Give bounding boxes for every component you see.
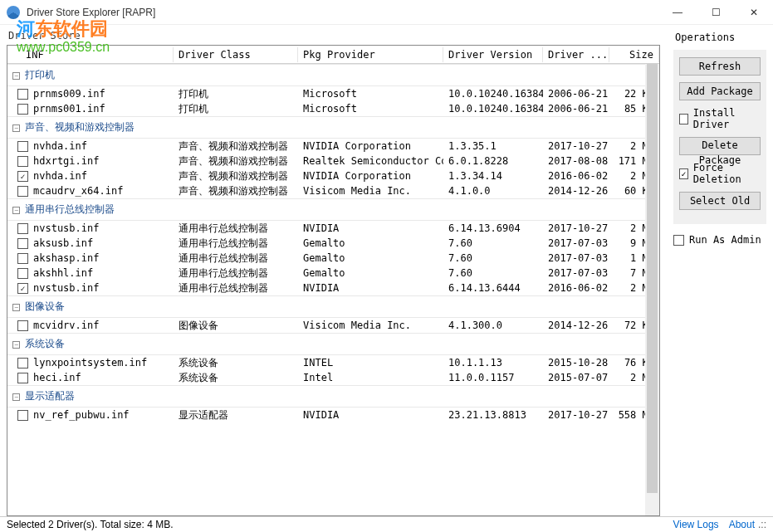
table-row[interactable]: heci.inf系统设备Intel11.0.0.11572015-07-072 … [7,370,659,385]
version: 7.60 [443,267,543,279]
resize-grip-icon[interactable]: .:: [758,519,766,530]
version: 4.1.300.0 [443,320,543,331]
row-checkbox[interactable] [17,223,28,234]
inf-name: aksusb.inf [33,237,93,249]
table-header[interactable]: INF Driver Class Pkg Provider Driver Ver… [7,46,659,64]
table-row[interactable]: akshasp.inf通用串行总线控制器Gemalto7.602017-07-0… [7,251,659,266]
table-body[interactable]: −打印机prnms009.inf打印机Microsoft10.0.10240.1… [7,64,659,515]
date: 2016-06-02 [543,282,609,294]
date: 2017-10-27 [543,222,609,234]
inf-name: nvstusb.inf [33,282,99,294]
group-header[interactable]: −通用串行总线控制器 [7,198,659,221]
date: 2014-12-26 [543,185,609,197]
version: 7.60 [443,237,543,249]
driver-class: 打印机 [174,102,298,116]
run-as-admin-checkbox[interactable]: Run As Admin [673,234,766,246]
install-driver-checkbox[interactable]: Install Driver [679,107,761,130]
col-version[interactable]: Driver Version [443,47,543,62]
group-header[interactable]: −图像设备 [7,295,659,318]
table-row[interactable]: nvhda.inf声音、视频和游戏控制器NVIDIA Corporation1.… [7,139,659,154]
group-header[interactable]: −声音、视频和游戏控制器 [7,116,659,139]
table-row[interactable]: akshhl.inf通用串行总线控制器Gemalto7.602017-07-03… [7,266,659,281]
row-checkbox[interactable] [17,156,28,167]
inf-name: nvhda.inf [33,140,87,152]
driver-table: INF Driver Class Pkg Provider Driver Ver… [7,45,660,516]
table-row[interactable]: nv_ref_pubwu.inf显示适配器NVIDIA23.21.13.8813… [7,408,659,422]
row-checkbox[interactable] [17,268,28,279]
minimize-button[interactable]: — [658,0,697,25]
col-provider[interactable]: Pkg Provider [298,47,443,62]
group-header[interactable]: −显示适配器 [7,385,659,408]
collapse-icon[interactable]: − [12,341,20,349]
status-text: Selected 2 Driver(s). Total size: 4 MB. [7,519,174,530]
row-checkbox[interactable] [17,320,28,331]
view-logs-link[interactable]: View Logs [673,519,718,530]
provider: INTEL [298,357,443,368]
col-inf[interactable]: INF [7,47,174,62]
row-checkbox[interactable] [17,104,28,115]
row-checkbox[interactable] [17,373,28,383]
inf-name: nvhda.inf [33,170,87,182]
row-checkbox[interactable] [17,358,28,368]
table-row[interactable]: ✓nvstusb.inf通用串行总线控制器NVIDIA6.14.13.64442… [7,281,659,295]
inf-name: heci.inf [33,372,81,383]
version: 1.3.35.1 [443,140,543,152]
row-checkbox[interactable] [17,141,28,152]
delete-package-button[interactable]: Delete Package [679,137,761,155]
row-checkbox[interactable] [17,89,28,100]
row-checkbox[interactable] [17,410,28,421]
col-date[interactable]: Driver ... [543,47,609,62]
table-row[interactable]: nvstusb.inf通用串行总线控制器NVIDIA6.14.13.690420… [7,221,659,236]
col-class[interactable]: Driver Class [174,47,298,62]
version: 6.14.13.6904 [443,222,543,234]
scrollbar[interactable] [645,64,659,515]
version: 11.0.0.1157 [443,372,543,383]
row-checkbox[interactable]: ✓ [17,283,28,294]
close-button[interactable]: ✕ [735,0,773,25]
provider: Visicom Media Inc. [298,320,443,331]
collapse-icon[interactable]: − [12,207,20,214]
group-header[interactable]: −系统设备 [7,333,659,355]
group-header[interactable]: −打印机 [7,64,659,86]
driver-class: 声音、视频和游戏控制器 [174,169,298,183]
version: 6.0.1.8228 [443,155,543,167]
provider: Microsoft [298,88,443,100]
row-checkbox[interactable] [17,253,28,264]
select-old-button[interactable]: Select Old [679,192,761,210]
row-checkbox[interactable] [17,186,28,197]
collapse-icon[interactable]: − [12,393,20,401]
provider: Realtek Semiconductor Corp. [298,155,443,167]
driver-class: 通用串行总线控制器 [174,266,298,281]
inf-name: akshhl.inf [33,267,93,279]
date: 2014-12-26 [543,320,609,331]
driver-class: 系统设备 [174,356,298,370]
add-package-button[interactable]: Add Package [679,82,761,100]
table-row[interactable]: prnms001.inf打印机Microsoft10.0.10240.16384… [7,101,659,116]
driver-class: 系统设备 [174,371,298,385]
provider: Intel [298,372,443,383]
inf-name: mcvidrv.inf [33,320,99,331]
driver-class: 声音、视频和游戏控制器 [174,139,298,154]
table-row[interactable]: mcvidrv.inf图像设备Visicom Media Inc.4.1.300… [7,318,659,333]
about-link[interactable]: About [729,519,755,530]
collapse-icon[interactable]: − [12,72,20,80]
inf-name: prnms001.inf [33,103,105,115]
inf-name: lynxpointsystem.inf [33,357,147,368]
collapse-icon[interactable]: − [12,304,20,311]
force-deletion-checkbox[interactable]: ✓ Force Deletion [679,162,761,185]
table-row[interactable]: hdxrtgi.inf声音、视频和游戏控制器Realtek Semiconduc… [7,154,659,168]
app-icon [7,6,20,19]
table-row[interactable]: ✓nvhda.inf声音、视频和游戏控制器NVIDIA Corporation1… [7,168,659,183]
version: 4.1.0.0 [443,185,543,197]
row-checkbox[interactable] [17,238,28,249]
col-size[interactable]: Size [609,47,659,62]
row-checkbox[interactable]: ✓ [17,171,28,182]
table-row[interactable]: prnms009.inf打印机Microsoft10.0.10240.16384… [7,86,659,101]
maximize-button[interactable]: ☐ [697,0,735,25]
table-row[interactable]: lynxpointsystem.inf系统设备INTEL10.1.1.13201… [7,355,659,370]
collapse-icon[interactable]: − [12,124,20,132]
provider: Gemalto [298,252,443,264]
table-row[interactable]: mcaudrv_x64.inf声音、视频和游戏控制器Visicom Media … [7,183,659,198]
table-row[interactable]: aksusb.inf通用串行总线控制器Gemalto7.602017-07-03… [7,236,659,251]
refresh-button[interactable]: Refresh [679,57,761,76]
